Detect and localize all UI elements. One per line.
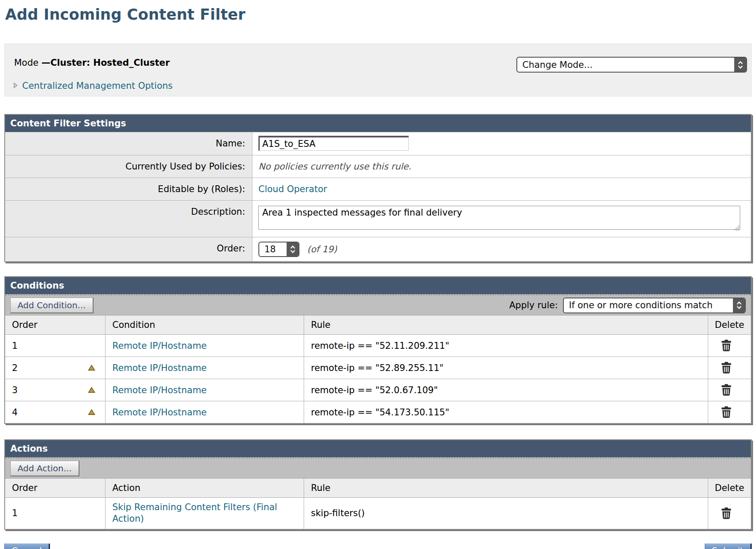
table-row-rule: remote-ip == "54.173.50.115": [304, 401, 708, 423]
apply-rule-selected-value: If one or more conditions match: [564, 298, 733, 312]
delete-condition-button[interactable]: [720, 361, 733, 375]
table-row-action: Skip Remaining Content Filters (Final Ac…: [105, 498, 304, 529]
table-row-delete: [708, 498, 751, 529]
actions-table: Order Action Rule Delete 1 Skip Remainin…: [5, 479, 751, 529]
page-title: Add Incoming Content Filter: [5, 6, 752, 23]
policies-value: No policies currently use this rule.: [258, 161, 411, 172]
settings-row-name: Name:: [5, 132, 751, 155]
column-header-rule: Rule: [304, 315, 708, 335]
footer-buttons: Cancel Submit: [4, 543, 752, 549]
conditions-header: Conditions: [5, 277, 751, 294]
table-row-rule: skip-filters(): [304, 498, 708, 529]
change-mode-select[interactable]: Change Mode...: [516, 57, 747, 73]
trash-icon: [721, 362, 732, 374]
table-row-order: 3: [5, 379, 105, 401]
delete-condition-button[interactable]: [720, 383, 733, 397]
page: Add Incoming Content Filter Mode —Cluste…: [0, 6, 756, 549]
action-link[interactable]: Skip Remaining Content Filters (Final Ac…: [112, 502, 287, 525]
delete-action-button[interactable]: [720, 506, 733, 520]
condition-link[interactable]: Remote IP/Hostname: [112, 385, 207, 395]
cancel-button[interactable]: Cancel: [4, 543, 50, 549]
move-up-button[interactable]: [88, 365, 96, 371]
table-row-rule: remote-ip == "52.11.209.211": [304, 335, 708, 357]
content-filter-settings-section: Content Filter Settings Name: Currently …: [4, 114, 752, 262]
order-label: Order:: [5, 237, 252, 261]
mode-panel: Mode —Cluster: Hosted_Cluster Change Mod…: [4, 44, 752, 96]
name-input[interactable]: [258, 136, 409, 151]
condition-link[interactable]: Remote IP/Hostname: [112, 341, 207, 351]
name-label: Name:: [5, 132, 252, 155]
table-row-delete: [708, 401, 751, 423]
trash-icon: [721, 507, 732, 520]
roles-link[interactable]: Cloud Operator: [258, 184, 327, 194]
add-condition-button[interactable]: Add Condition...: [10, 298, 94, 313]
column-header-condition: Condition: [105, 315, 304, 335]
apply-rule-label: Apply rule:: [509, 300, 558, 310]
delete-condition-button[interactable]: [720, 405, 733, 419]
mode-value: —Cluster: Hosted_Cluster: [41, 58, 170, 68]
centralized-management-options[interactable]: Centralized Management Options: [13, 81, 173, 91]
change-mode-selected-value: Change Mode...: [517, 58, 734, 72]
condition-order: 1: [12, 341, 18, 351]
description-label: Description:: [5, 201, 252, 237]
move-up-icon: [88, 365, 95, 371]
stepper-chevrons-icon: [733, 298, 745, 312]
condition-link[interactable]: Remote IP/Hostname: [112, 407, 207, 418]
description-textarea[interactable]: Area 1 inspected messages for final deli…: [258, 206, 740, 230]
move-up-icon: [88, 409, 95, 415]
order-total-note: (of 19): [307, 244, 337, 254]
condition-link[interactable]: Remote IP/Hostname: [112, 363, 207, 373]
conditions-toolbar: Add Condition... Apply rule: If one or m…: [5, 294, 751, 315]
table-row-condition: Remote IP/Hostname: [105, 401, 304, 423]
condition-order: 3: [12, 385, 18, 395]
actions-toolbar: Add Action...: [5, 457, 751, 479]
stepper-chevrons-icon: [287, 242, 299, 256]
table-row-delete: [708, 357, 751, 379]
actions-section: Actions Add Action... Order Action Rule …: [4, 439, 752, 530]
table-row-order: 1: [5, 498, 105, 529]
table-row-rule: remote-ip == "52.89.255.11": [304, 357, 708, 379]
apply-rule-select[interactable]: If one or more conditions match: [563, 298, 746, 313]
column-header-delete: Delete: [708, 315, 751, 335]
roles-label: Editable by (Roles):: [5, 178, 252, 200]
submit-button[interactable]: Submit: [705, 543, 752, 549]
trash-icon: [721, 339, 732, 352]
add-action-button[interactable]: Add Action...: [10, 461, 79, 476]
column-header-delete: Delete: [708, 479, 751, 498]
order-selected-value: 18: [259, 242, 287, 256]
settings-row-description: Description: Area 1 inspected messages f…: [5, 200, 751, 237]
condition-order: 2: [12, 363, 18, 373]
column-header-order: Order: [5, 315, 105, 335]
centralized-management-options-link: Centralized Management Options: [22, 81, 173, 91]
trash-icon: [721, 384, 732, 396]
table-row-condition: Remote IP/Hostname: [105, 357, 304, 379]
conditions-table: Order Condition Rule Delete 1 Remote IP/…: [5, 315, 751, 423]
table-row-order: 4: [5, 401, 105, 423]
column-header-order: Order: [5, 479, 105, 498]
table-row-order: 1: [5, 335, 105, 357]
delete-condition-button[interactable]: [720, 339, 733, 353]
actions-header: Actions: [5, 440, 751, 457]
action-order: 1: [12, 508, 18, 518]
table-row-order: 2: [5, 357, 105, 379]
content-filter-settings-header: Content Filter Settings: [5, 115, 751, 132]
table-row-rule: remote-ip == "52.0.67.109": [304, 379, 708, 401]
column-header-rule: Rule: [304, 479, 708, 498]
move-up-button[interactable]: [88, 409, 96, 415]
settings-row-roles: Editable by (Roles): Cloud Operator: [5, 178, 751, 200]
table-row-delete: [708, 335, 751, 357]
table-row-condition: Remote IP/Hostname: [105, 335, 304, 357]
table-row-delete: [708, 379, 751, 401]
settings-row-order: Order: 18 (of 19): [5, 237, 751, 261]
column-header-action: Action: [105, 479, 304, 498]
table-row-condition: Remote IP/Hostname: [105, 379, 304, 401]
mode-label: Mode: [14, 58, 41, 68]
mode-line: Mode —Cluster: Hosted_Cluster: [14, 58, 170, 68]
trash-icon: [721, 406, 732, 418]
order-select[interactable]: 18: [258, 242, 299, 257]
stepper-chevrons-icon: [734, 58, 746, 72]
move-up-icon: [88, 387, 95, 393]
conditions-section: Conditions Add Condition... Apply rule: …: [4, 276, 752, 424]
settings-row-policies: Currently Used by Policies: No policies …: [5, 155, 751, 178]
move-up-button[interactable]: [88, 387, 96, 393]
